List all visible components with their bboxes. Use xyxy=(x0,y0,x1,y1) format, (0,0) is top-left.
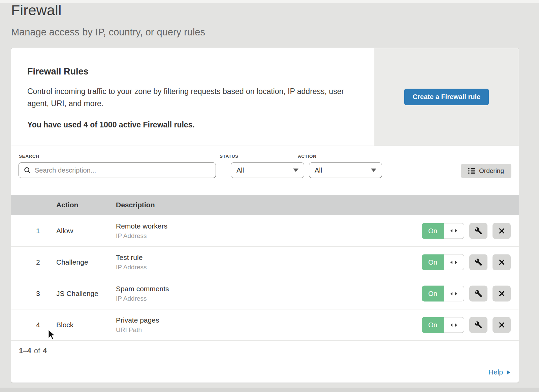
rule-enabled-toggle[interactable]: On xyxy=(422,286,464,302)
drag-handle-arrows-icon[interactable] xyxy=(444,286,464,302)
action-select[interactable]: All xyxy=(309,162,382,178)
rule-description: Remote workers xyxy=(116,222,167,230)
rule-description-cell: Private pages URI Path xyxy=(116,316,159,334)
close-icon xyxy=(498,227,505,234)
rule-action: Block xyxy=(56,321,116,329)
toggle-on-label: On xyxy=(422,317,444,333)
rule-controls: On xyxy=(422,254,511,270)
rule-action: JS Challenge xyxy=(56,290,116,298)
create-firewall-rule-button[interactable]: Create a Firewall rule xyxy=(404,89,489,105)
toggle-on-label: On xyxy=(422,254,444,270)
window-bottom-edge xyxy=(0,388,539,392)
search-icon xyxy=(24,167,31,174)
status-select[interactable]: All xyxy=(231,162,304,178)
card-heading: Firewall Rules xyxy=(27,66,358,77)
delete-rule-button[interactable] xyxy=(493,254,511,270)
rule-description-cell: Spam comments IP Address xyxy=(116,285,169,302)
page-title: Firewall xyxy=(11,2,62,19)
rule-description: Spam comments xyxy=(116,285,169,293)
chevron-down-icon xyxy=(371,169,376,172)
wrench-icon xyxy=(475,321,482,329)
search-input-wrapper[interactable] xyxy=(19,162,216,178)
table-row: 3 JS Challenge Spam comments IP Address … xyxy=(11,278,519,309)
column-header-description: Description xyxy=(116,201,155,209)
edit-rule-button[interactable] xyxy=(469,317,487,333)
rule-action: Challenge xyxy=(56,258,116,266)
delete-rule-button[interactable] xyxy=(493,317,511,333)
action-select-value: All xyxy=(315,167,322,174)
ordering-button[interactable]: Ordering xyxy=(461,164,511,178)
close-icon xyxy=(498,290,505,297)
rule-enabled-toggle[interactable]: On xyxy=(422,223,464,239)
rule-match-type: URI Path xyxy=(116,326,159,334)
rule-match-type: IP Address xyxy=(116,264,147,271)
delete-rule-button[interactable] xyxy=(493,223,511,239)
ordering-button-label: Ordering xyxy=(479,167,504,175)
rule-priority: 4 xyxy=(36,321,56,329)
delete-rule-button[interactable] xyxy=(493,286,511,302)
firewall-rules-card: Firewall Rules Control incoming traffic … xyxy=(11,48,519,383)
search-input[interactable] xyxy=(35,167,211,174)
drag-handle-arrows-icon[interactable] xyxy=(444,317,464,333)
rule-description-cell: Test rule IP Address xyxy=(116,253,147,271)
rule-description-cell: Remote workers IP Address xyxy=(116,222,167,240)
wrench-icon xyxy=(475,290,482,298)
wrench-icon xyxy=(475,259,482,266)
close-icon xyxy=(498,322,505,329)
pagination-range: 1–4 xyxy=(19,346,31,355)
wrench-icon xyxy=(475,227,482,235)
edit-rule-button[interactable] xyxy=(469,286,487,302)
ordering-list-icon xyxy=(468,168,475,174)
card-top-section: Firewall Rules Control incoming traffic … xyxy=(11,48,519,146)
rule-description: Test rule xyxy=(116,253,147,262)
edit-rule-button[interactable] xyxy=(469,254,487,270)
create-rule-panel: Create a Firewall rule xyxy=(374,48,519,146)
rule-priority: 2 xyxy=(36,258,56,266)
pagination-total: 4 xyxy=(43,346,47,355)
card-description: Control incoming traffic to your zone by… xyxy=(27,86,351,110)
rule-enabled-toggle[interactable]: On xyxy=(422,317,464,333)
rule-description: Private pages xyxy=(116,316,159,324)
action-label: ACTION xyxy=(298,154,316,159)
window-top-edge xyxy=(0,0,539,3)
page-subtitle: Manage access by IP, country, or query r… xyxy=(11,27,205,38)
table-row: 4 Block Private pages URI Path On xyxy=(11,309,519,340)
help-link-label: Help xyxy=(488,368,503,376)
usage-text: You have used 4 of 1000 active Firewall … xyxy=(27,120,358,129)
search-label: SEARCH xyxy=(19,154,39,159)
rule-action: Allow xyxy=(56,227,116,235)
rule-controls: On xyxy=(422,317,511,333)
status-label: STATUS xyxy=(220,154,239,159)
filters-bar: SEARCH STATUS All ACTION All xyxy=(11,146,519,195)
status-select-value: All xyxy=(236,167,244,174)
close-icon xyxy=(498,259,505,266)
card-intro: Firewall Rules Control incoming traffic … xyxy=(11,48,374,146)
arrow-right-icon xyxy=(507,370,510,375)
drag-handle-arrows-icon[interactable] xyxy=(444,254,464,270)
rule-controls: On xyxy=(422,223,511,239)
rule-priority: 1 xyxy=(36,227,56,235)
table-row: 1 Allow Remote workers IP Address On xyxy=(11,215,519,246)
rule-enabled-toggle[interactable]: On xyxy=(422,254,464,270)
toggle-on-label: On xyxy=(422,286,444,302)
help-link[interactable]: Help xyxy=(488,368,510,376)
table-header: Action Description xyxy=(11,195,519,215)
rule-priority: 3 xyxy=(36,290,56,298)
drag-handle-arrows-icon[interactable] xyxy=(444,223,464,239)
rule-match-type: IP Address xyxy=(116,295,169,302)
chevron-down-icon xyxy=(293,169,298,172)
rule-match-type: IP Address xyxy=(116,232,167,240)
help-bar: Help xyxy=(11,361,519,383)
pagination-of: of xyxy=(34,346,40,355)
rule-controls: On xyxy=(422,286,511,302)
rules-list: 1 Allow Remote workers IP Address On xyxy=(11,215,519,340)
column-header-action: Action xyxy=(56,201,116,209)
table-row: 2 Challenge Test rule IP Address On xyxy=(11,246,519,278)
edit-rule-button[interactable] xyxy=(469,223,487,239)
toggle-on-label: On xyxy=(422,223,444,239)
pagination-bar: 1–4 of 4 xyxy=(11,340,519,361)
